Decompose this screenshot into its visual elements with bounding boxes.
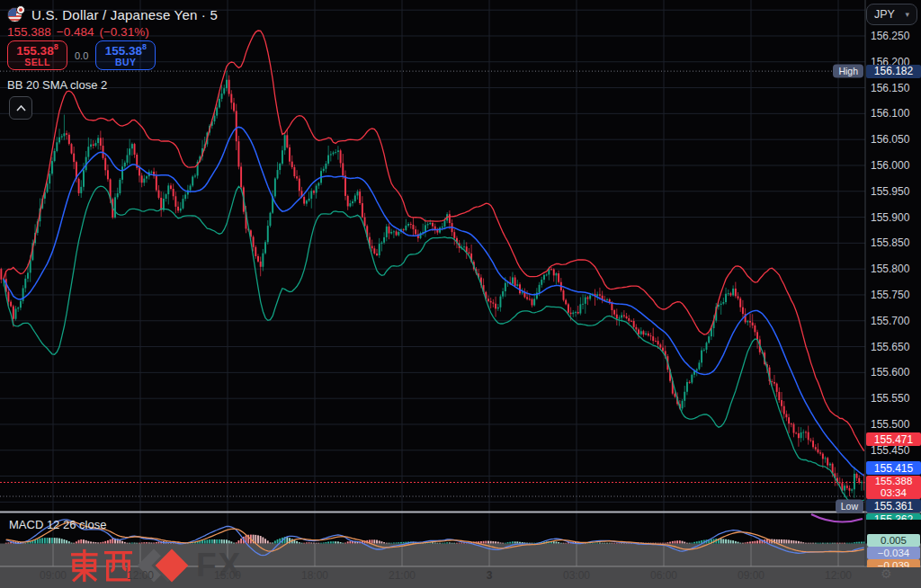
macd-hist-bar [460,542,462,543]
macd-hist-bar [725,539,727,544]
macd-hist-bar [839,543,841,544]
macd-hist-bar [669,542,671,544]
macd-hist-bar [689,543,691,544]
time-axis-tick: 09:00 [738,569,765,582]
macd-hist-bar [104,541,106,544]
macd-hist-bar [732,540,734,543]
macd-hist-bar [844,543,845,544]
macd-hist-bar [233,543,235,544]
macd-hist-bar [682,541,684,544]
macd-hist-bar [516,541,518,543]
time-axis-tick: 21:00 [389,569,416,582]
macd-hist-bar [795,541,797,544]
macd-hist-bar [325,542,326,544]
buy-button[interactable]: 155.388 BUY [95,40,156,70]
time-axis-tick: 18:00 [301,569,328,582]
macd-hist-bar [221,539,223,543]
macd-hist-bar [376,540,378,544]
low-chip: Low [836,499,863,512]
collapse-toolbar-button[interactable] [9,96,32,120]
price-axis-tick: 155.550 [871,392,909,405]
macd-hist-bar [93,542,94,544]
macd-hist-bar [563,543,565,544]
macd-hist-bar [739,543,741,544]
macd-hist-bar [596,542,598,543]
spread-value: 0.0 [75,50,88,61]
price-axis-tick: 155.600 [871,366,909,379]
axis-settings-gear-icon[interactable]: ⚙ [881,566,892,581]
macd-hist-bar [684,542,685,544]
macd-hist-bar [436,543,438,544]
price-axis-tick: 155.900 [871,211,909,224]
price-axis-tick: 156.250 [871,30,909,42]
macd-hist-bar [446,542,448,543]
macd-hist-bar [150,543,152,544]
last-price-row: 155.388 −0.484 (−0.31%) [7,25,149,39]
macd-hist-bar [380,541,382,543]
symbol-title[interactable]: U.S. Dollar / Japanese Yen · 5 [31,7,218,22]
chart-canvas[interactable] [0,0,921,588]
macd-hist-bar [7,542,9,543]
price-axis-tick: 155.750 [871,289,909,301]
macd-hist-bar [565,543,567,544]
macd-hist-bar [260,536,262,543]
time-axis-tick: 03:00 [563,569,590,582]
time-axis-tick: 3 [487,569,493,582]
macd-hist-bar [219,539,220,544]
macd-hist-bar [604,543,605,544]
macd-hist-bar [51,538,53,543]
macd-hist-bar [606,543,608,544]
price-axis-tick: 156.050 [871,133,909,146]
macd-hist-bar [255,535,256,544]
macd-hist-bar [616,543,618,544]
macd-hist-bar [432,542,434,543]
macd-hist-bar [693,542,695,544]
macd-hist-bar [558,542,559,544]
macd-hist-bar [129,543,130,544]
macd-hist-bar [216,539,218,544]
macd-hist-bar [686,543,688,544]
macd-hist-bar [599,542,601,543]
macd-hist-bar [240,539,242,544]
chevron-down-icon: ▾ [905,10,909,19]
macd-hist-bar [76,541,77,543]
macd-hist-bar [439,543,441,544]
time-axis-tick: 06:00 [650,569,677,582]
macd-hist-bar [449,542,451,543]
macd-hist-bar [226,539,228,543]
macd-hist-bar [742,543,744,544]
macd-hist-bar [800,542,802,544]
bb-indicator-label[interactable]: BB 20 SMA close 2 [7,78,107,92]
macd-hist-bar [342,543,344,544]
macd-hist-bar [85,540,87,544]
macd-hist-bar [141,542,143,543]
macd-hist-bar [434,542,436,543]
macd-hist-bar [698,541,700,544]
macd-hist-bar [24,543,26,544]
macd-indicator-label[interactable]: MACD 12 26 close [9,518,106,531]
macd-hist-bar [805,543,807,544]
macd-hist-bar [459,543,460,544]
price-axis-tick: 156.000 [871,159,909,172]
macd-hist-bar [61,539,63,543]
macd-hist-bar [679,540,681,543]
macd-hist-bar [206,539,208,543]
macd-hist-bar [121,541,123,544]
macd-hist-bar [274,540,276,543]
currency-selector-button[interactable]: JPY ▾ [866,4,917,25]
macd-hist-bar [747,542,748,544]
macd-hist-bar [236,542,237,543]
macd-hist-bar [526,543,528,544]
macd-hist-bar [691,543,693,544]
macd-hist-bar [602,543,604,544]
sell-button[interactable]: 155.388 SELL [7,40,67,70]
macd-hist-bar [214,539,216,544]
macd-hist-bar [505,543,506,544]
macd-hist-bar [110,539,112,544]
macd-hist-bar [809,543,811,544]
time-axis-tick: 15:00 [214,569,241,582]
macd-hist-bar [41,538,43,543]
last-price: 155.388 [7,25,51,39]
macd-hist-bar [49,538,50,543]
macd-hist-bar [158,541,160,543]
